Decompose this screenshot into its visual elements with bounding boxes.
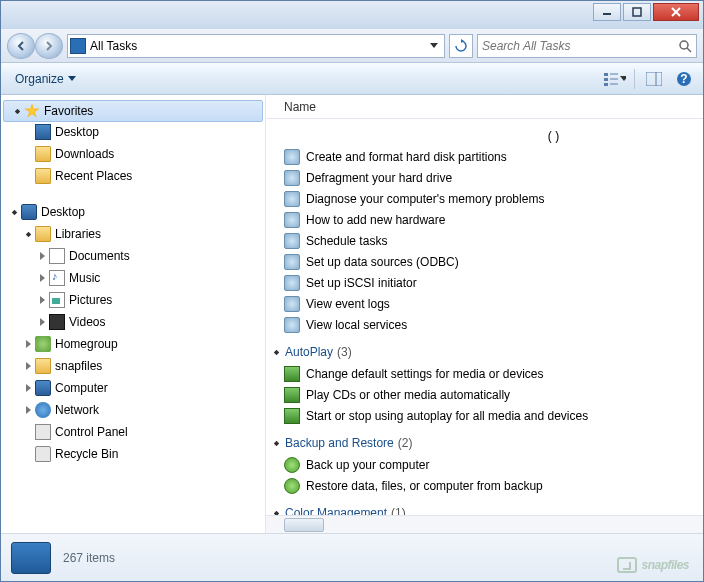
task-item[interactable]: Restore data, files, or computer from ba…: [284, 475, 703, 496]
task-label: Set up iSCSI initiator: [306, 276, 417, 290]
library-item[interactable]: Videos: [1, 311, 265, 333]
task-item[interactable]: View event logs: [284, 293, 703, 314]
help-button[interactable]: ?: [673, 68, 695, 90]
task-icon: [284, 387, 300, 403]
scrollbar-thumb[interactable]: [284, 518, 324, 532]
svg-rect-8: [604, 83, 608, 86]
group-count: (2): [398, 436, 413, 450]
group-name: AutoPlay: [285, 345, 333, 359]
task-label: View local services: [306, 318, 407, 332]
tree-label: Documents: [69, 249, 130, 263]
task-item[interactable]: View local services: [284, 314, 703, 335]
svg-line-5: [687, 48, 691, 52]
library-icon: [49, 270, 65, 286]
group-header[interactable]: AutoPlay (3): [274, 345, 703, 359]
group-name: Backup and Restore: [285, 436, 394, 450]
svg-rect-12: [646, 72, 662, 86]
library-item[interactable]: Music: [1, 267, 265, 289]
svg-rect-6: [604, 73, 608, 76]
task-icon: [284, 149, 300, 165]
library-icon: [49, 292, 65, 308]
task-item[interactable]: Play CDs or other media automatically: [284, 384, 703, 405]
desktop-child[interactable]: snapfiles: [1, 355, 265, 377]
search-input[interactable]: [482, 39, 674, 53]
task-item[interactable]: Create and format hard disk partitions: [284, 146, 703, 167]
tree-label: Recycle Bin: [55, 447, 118, 461]
libraries-icon: [35, 226, 51, 242]
column-header-name[interactable]: Name: [266, 95, 703, 119]
task-icon: [284, 457, 300, 473]
back-button[interactable]: [7, 33, 35, 59]
task-label: Create and format hard disk partitions: [306, 150, 507, 164]
library-item[interactable]: Documents: [1, 245, 265, 267]
group-header[interactable]: Color Management (1): [274, 506, 703, 515]
tree-label: Computer: [55, 381, 108, 395]
address-dropdown[interactable]: [426, 43, 442, 49]
status-icon: [11, 542, 51, 574]
task-item[interactable]: Defragment your hard drive: [284, 167, 703, 188]
task-item[interactable]: Change default settings for media or dev…: [284, 363, 703, 384]
node-icon: [35, 336, 51, 352]
library-item[interactable]: Pictures: [1, 289, 265, 311]
maximize-button[interactable]: [623, 3, 651, 21]
desktop-child[interactable]: Recycle Bin: [1, 443, 265, 465]
favorites-item[interactable]: Desktop: [1, 121, 265, 143]
folder-icon: [35, 146, 51, 162]
library-icon: [49, 314, 65, 330]
tree-label: Recent Places: [55, 169, 132, 183]
group-header[interactable]: Backup and Restore (2): [274, 436, 703, 450]
horizontal-scrollbar[interactable]: [266, 515, 703, 533]
watermark: snapfiles: [617, 557, 689, 573]
node-icon: [35, 424, 51, 440]
libraries-node[interactable]: Libraries: [1, 223, 265, 245]
separator: [634, 69, 635, 89]
navigation-pane: Favorites DesktopDownloadsRecent Places …: [1, 95, 266, 533]
desktop-child[interactable]: Homegroup: [1, 333, 265, 355]
search-box[interactable]: [477, 34, 697, 58]
main-pane: Name ( ) Create and format hard disk par…: [266, 95, 703, 533]
tree-label: Homegroup: [55, 337, 118, 351]
titlebar: [1, 1, 703, 29]
forward-button[interactable]: [35, 33, 63, 59]
task-item[interactable]: How to add new hardware: [284, 209, 703, 230]
task-label: View event logs: [306, 297, 390, 311]
group-count: (3): [337, 345, 352, 359]
tree-label: Control Panel: [55, 425, 128, 439]
task-item[interactable]: Start or stop using autoplay for all med…: [284, 405, 703, 426]
refresh-button[interactable]: [449, 34, 473, 58]
library-icon: [49, 248, 65, 264]
desktop-child[interactable]: Network: [1, 399, 265, 421]
task-label: Back up your computer: [306, 458, 429, 472]
libraries-label: Libraries: [55, 227, 101, 241]
search-icon: [678, 39, 692, 53]
location-icon: [70, 38, 86, 54]
favorites-node[interactable]: Favorites: [3, 100, 263, 122]
content-area: Favorites DesktopDownloadsRecent Places …: [1, 95, 703, 533]
tree-label: Downloads: [55, 147, 114, 161]
task-item[interactable]: Set up data sources (ODBC): [284, 251, 703, 272]
group-count: (1): [391, 506, 406, 515]
minimize-button[interactable]: [593, 3, 621, 21]
preview-pane-button[interactable]: [643, 68, 665, 90]
task-icon: [284, 478, 300, 494]
close-button[interactable]: [653, 3, 699, 21]
favorites-item[interactable]: Recent Places: [1, 165, 265, 187]
tree-label: Network: [55, 403, 99, 417]
navigation-bar: All Tasks: [1, 29, 703, 63]
favorites-item[interactable]: Downloads: [1, 143, 265, 165]
task-label: Start or stop using autoplay for all med…: [306, 409, 588, 423]
organize-menu[interactable]: Organize: [9, 69, 82, 89]
task-item[interactable]: Diagnose your computer's memory problems: [284, 188, 703, 209]
task-item[interactable]: Back up your computer: [284, 454, 703, 475]
desktop-child[interactable]: Control Panel: [1, 421, 265, 443]
favorites-label: Favorites: [44, 104, 93, 118]
address-bar[interactable]: All Tasks: [67, 34, 445, 58]
task-item[interactable]: Schedule tasks: [284, 230, 703, 251]
tree-label: snapfiles: [55, 359, 102, 373]
task-icon: [284, 170, 300, 186]
desktop-node[interactable]: Desktop: [1, 201, 265, 223]
desktop-child[interactable]: Computer: [1, 377, 265, 399]
task-item[interactable]: Set up iSCSI initiator: [284, 272, 703, 293]
task-icon: [284, 296, 300, 312]
view-options-button[interactable]: [604, 68, 626, 90]
